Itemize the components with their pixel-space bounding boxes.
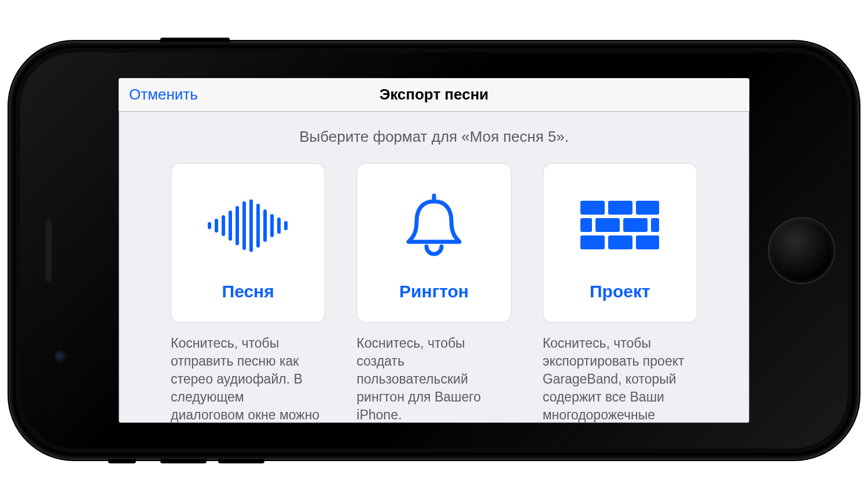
svg-rect-15 — [580, 218, 592, 232]
svg-rect-17 — [623, 218, 648, 232]
option-song-desc: Коснитесь, чтобы отправить песню как сте… — [171, 334, 325, 423]
screen: Отменить Экспорт песни Выберите формат д… — [119, 78, 749, 423]
svg-rect-16 — [595, 218, 620, 232]
nav-title: Экспорт песни — [380, 86, 489, 104]
svg-rect-18 — [651, 218, 659, 232]
front-camera — [54, 351, 67, 363]
option-project-label: Проект — [590, 282, 650, 301]
export-options: Песня Коснитесь, чтобы отправить песню к… — [171, 163, 697, 423]
svg-rect-13 — [608, 201, 632, 215]
svg-rect-14 — [636, 201, 659, 215]
home-button[interactable] — [769, 218, 834, 283]
option-ringtone-desc: Коснитесь, чтобы создать пользовательски… — [356, 334, 511, 423]
nav-bar: Отменить Экспорт песни — [119, 78, 749, 112]
speaker-grille — [45, 219, 53, 282]
cancel-button[interactable]: Отменить — [129, 86, 198, 104]
svg-rect-19 — [580, 235, 605, 249]
content-area: Выберите формат для «Моя песня 5». — [119, 128, 749, 423]
option-song-label: Песня — [222, 282, 274, 301]
svg-rect-12 — [580, 201, 605, 215]
svg-rect-20 — [608, 235, 632, 249]
option-song-card[interactable]: Песня — [171, 163, 325, 323]
bricks-icon — [549, 180, 691, 271]
volume-up-btn[interactable] — [160, 459, 207, 463]
option-ringtone-column: Рингтон Коснитесь, чтобы создать пользов… — [356, 163, 511, 423]
format-prompt: Выберите формат для «Моя песня 5». — [171, 128, 697, 146]
mute-switch[interactable] — [108, 459, 136, 463]
option-project-card[interactable]: Проект — [543, 163, 697, 323]
volume-down-btn[interactable] — [218, 459, 264, 463]
waveform-icon — [177, 180, 319, 271]
option-project-column: Проект Коснитесь, чтобы экспортировать п… — [543, 163, 697, 423]
iphone-frame: Отменить Экспорт песни Выберите формат д… — [10, 42, 858, 459]
option-song-column: Песня Коснитесь, чтобы отправить песню к… — [171, 163, 325, 423]
option-ringtone-card[interactable]: Рингтон — [356, 163, 511, 323]
svg-rect-21 — [636, 235, 659, 249]
option-ringtone-label: Рингтон — [399, 282, 469, 301]
bell-icon — [363, 180, 505, 271]
option-project-desc: Коснитесь, чтобы экспортировать проект G… — [543, 334, 697, 423]
power-button[interactable] — [160, 38, 230, 42]
